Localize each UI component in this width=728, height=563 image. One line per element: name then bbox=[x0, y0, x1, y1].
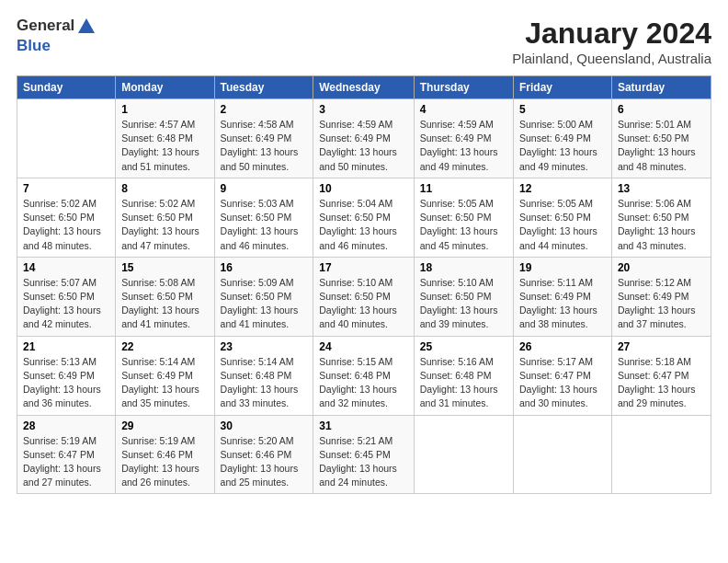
day-number: 31 bbox=[319, 419, 408, 432]
day-number: 16 bbox=[221, 261, 308, 274]
calendar-cell: 25Sunrise: 5:16 AMSunset: 6:48 PMDayligh… bbox=[414, 336, 513, 415]
calendar-cell: 20Sunrise: 5:12 AMSunset: 6:49 PMDayligh… bbox=[611, 257, 711, 336]
day-info: Sunrise: 5:10 AMSunset: 6:50 PMDaylight:… bbox=[420, 276, 507, 332]
day-number: 6 bbox=[618, 103, 705, 116]
calendar-cell: 6Sunrise: 5:01 AMSunset: 6:50 PMDaylight… bbox=[611, 99, 711, 178]
calendar-cell: 9Sunrise: 5:03 AMSunset: 6:50 PMDaylight… bbox=[214, 178, 313, 257]
logo-blue: Blue bbox=[17, 37, 97, 55]
header: General Blue January 2024 Plainland, Que… bbox=[17, 17, 711, 66]
calendar-cell: 28Sunrise: 5:19 AMSunset: 6:47 PMDayligh… bbox=[17, 415, 116, 494]
day-info: Sunrise: 4:59 AMSunset: 6:49 PMDaylight:… bbox=[319, 118, 408, 174]
logo-general: General bbox=[17, 17, 74, 34]
day-info: Sunrise: 5:14 AMSunset: 6:49 PMDaylight:… bbox=[121, 355, 208, 411]
day-number: 21 bbox=[23, 340, 109, 353]
weekday-header-saturday: Saturday bbox=[611, 76, 711, 99]
day-number: 14 bbox=[23, 261, 109, 274]
calendar-cell bbox=[414, 415, 513, 494]
calendar-cell: 5Sunrise: 5:00 AMSunset: 6:49 PMDaylight… bbox=[514, 99, 612, 178]
weekday-header-thursday: Thursday bbox=[414, 76, 513, 99]
day-info: Sunrise: 5:13 AMSunset: 6:49 PMDaylight:… bbox=[23, 355, 109, 411]
calendar-cell: 1Sunrise: 4:57 AMSunset: 6:48 PMDaylight… bbox=[116, 99, 214, 178]
calendar-cell bbox=[514, 415, 612, 494]
day-number: 18 bbox=[420, 261, 507, 274]
calendar-cell: 27Sunrise: 5:18 AMSunset: 6:47 PMDayligh… bbox=[611, 336, 711, 415]
day-number: 8 bbox=[121, 182, 208, 195]
day-number: 24 bbox=[319, 340, 408, 353]
day-number: 30 bbox=[221, 419, 308, 432]
calendar-cell: 3Sunrise: 4:59 AMSunset: 6:49 PMDaylight… bbox=[313, 99, 415, 178]
day-info: Sunrise: 5:12 AMSunset: 6:49 PMDaylight:… bbox=[618, 276, 705, 332]
month-title: January 2024 bbox=[512, 17, 711, 51]
weekday-header-wednesday: Wednesday bbox=[313, 76, 415, 99]
calendar-cell: 7Sunrise: 5:02 AMSunset: 6:50 PMDaylight… bbox=[17, 178, 116, 257]
day-number: 11 bbox=[420, 182, 507, 195]
calendar-cell: 17Sunrise: 5:10 AMSunset: 6:50 PMDayligh… bbox=[313, 257, 415, 336]
location-title: Plainland, Queensland, Australia bbox=[512, 51, 711, 66]
svg-marker-0 bbox=[78, 18, 95, 33]
day-info: Sunrise: 5:17 AMSunset: 6:47 PMDaylight:… bbox=[519, 355, 606, 411]
day-info: Sunrise: 5:00 AMSunset: 6:49 PMDaylight:… bbox=[519, 118, 606, 174]
logo-icon bbox=[76, 17, 97, 37]
day-number: 23 bbox=[221, 340, 308, 353]
day-info: Sunrise: 5:04 AMSunset: 6:50 PMDaylight:… bbox=[319, 197, 408, 253]
calendar-cell: 4Sunrise: 4:59 AMSunset: 6:49 PMDaylight… bbox=[414, 99, 513, 178]
week-row-2: 14Sunrise: 5:07 AMSunset: 6:50 PMDayligh… bbox=[17, 257, 711, 336]
calendar-cell: 24Sunrise: 5:15 AMSunset: 6:48 PMDayligh… bbox=[313, 336, 415, 415]
calendar-cell: 14Sunrise: 5:07 AMSunset: 6:50 PMDayligh… bbox=[17, 257, 116, 336]
calendar-cell: 23Sunrise: 5:14 AMSunset: 6:48 PMDayligh… bbox=[214, 336, 313, 415]
day-info: Sunrise: 5:19 AMSunset: 6:47 PMDaylight:… bbox=[23, 434, 109, 490]
calendar-cell: 19Sunrise: 5:11 AMSunset: 6:49 PMDayligh… bbox=[514, 257, 612, 336]
day-number: 12 bbox=[519, 182, 606, 195]
calendar-cell: 10Sunrise: 5:04 AMSunset: 6:50 PMDayligh… bbox=[313, 178, 415, 257]
day-info: Sunrise: 5:07 AMSunset: 6:50 PMDaylight:… bbox=[23, 276, 109, 332]
day-info: Sunrise: 5:02 AMSunset: 6:50 PMDaylight:… bbox=[23, 197, 109, 253]
day-info: Sunrise: 5:05 AMSunset: 6:50 PMDaylight:… bbox=[519, 197, 606, 253]
day-number: 29 bbox=[121, 419, 208, 432]
calendar-cell bbox=[17, 99, 116, 178]
logo: General Blue bbox=[17, 17, 97, 55]
calendar-table: SundayMondayTuesdayWednesdayThursdayFrid… bbox=[17, 75, 711, 494]
calendar-cell: 29Sunrise: 5:19 AMSunset: 6:46 PMDayligh… bbox=[116, 415, 214, 494]
day-info: Sunrise: 5:01 AMSunset: 6:50 PMDaylight:… bbox=[618, 118, 705, 174]
day-number: 27 bbox=[618, 340, 705, 353]
day-info: Sunrise: 4:57 AMSunset: 6:48 PMDaylight:… bbox=[121, 118, 208, 174]
calendar-cell: 30Sunrise: 5:20 AMSunset: 6:46 PMDayligh… bbox=[214, 415, 313, 494]
calendar-page: General Blue January 2024 Plainland, Que… bbox=[0, 0, 728, 563]
day-number: 3 bbox=[319, 103, 408, 116]
title-block: January 2024 Plainland, Queensland, Aust… bbox=[512, 17, 711, 66]
calendar-cell: 16Sunrise: 5:09 AMSunset: 6:50 PMDayligh… bbox=[214, 257, 313, 336]
weekday-header-row: SundayMondayTuesdayWednesdayThursdayFrid… bbox=[17, 76, 711, 99]
day-info: Sunrise: 5:21 AMSunset: 6:45 PMDaylight:… bbox=[319, 434, 408, 490]
calendar-cell: 31Sunrise: 5:21 AMSunset: 6:45 PMDayligh… bbox=[313, 415, 415, 494]
week-row-1: 7Sunrise: 5:02 AMSunset: 6:50 PMDaylight… bbox=[17, 178, 711, 257]
calendar-cell: 11Sunrise: 5:05 AMSunset: 6:50 PMDayligh… bbox=[414, 178, 513, 257]
day-number: 1 bbox=[121, 103, 208, 116]
day-number: 9 bbox=[221, 182, 308, 195]
day-info: Sunrise: 5:14 AMSunset: 6:48 PMDaylight:… bbox=[221, 355, 308, 411]
day-number: 13 bbox=[618, 182, 705, 195]
day-number: 10 bbox=[319, 182, 408, 195]
calendar-cell: 26Sunrise: 5:17 AMSunset: 6:47 PMDayligh… bbox=[514, 336, 612, 415]
day-info: Sunrise: 5:15 AMSunset: 6:48 PMDaylight:… bbox=[319, 355, 408, 411]
calendar-cell: 13Sunrise: 5:06 AMSunset: 6:50 PMDayligh… bbox=[611, 178, 711, 257]
day-info: Sunrise: 5:18 AMSunset: 6:47 PMDaylight:… bbox=[618, 355, 705, 411]
day-info: Sunrise: 5:05 AMSunset: 6:50 PMDaylight:… bbox=[420, 197, 507, 253]
calendar-body: 1Sunrise: 4:57 AMSunset: 6:48 PMDaylight… bbox=[17, 99, 711, 494]
day-info: Sunrise: 5:08 AMSunset: 6:50 PMDaylight:… bbox=[121, 276, 208, 332]
day-number: 19 bbox=[519, 261, 606, 274]
day-info: Sunrise: 5:16 AMSunset: 6:48 PMDaylight:… bbox=[420, 355, 507, 411]
day-info: Sunrise: 5:20 AMSunset: 6:46 PMDaylight:… bbox=[221, 434, 308, 490]
day-number: 20 bbox=[618, 261, 705, 274]
day-info: Sunrise: 4:59 AMSunset: 6:49 PMDaylight:… bbox=[420, 118, 507, 174]
day-number: 25 bbox=[420, 340, 507, 353]
weekday-header-friday: Friday bbox=[514, 76, 612, 99]
day-number: 2 bbox=[221, 103, 308, 116]
day-info: Sunrise: 5:02 AMSunset: 6:50 PMDaylight:… bbox=[121, 197, 208, 253]
calendar-cell: 2Sunrise: 4:58 AMSunset: 6:49 PMDaylight… bbox=[214, 99, 313, 178]
day-number: 26 bbox=[519, 340, 606, 353]
day-info: Sunrise: 5:09 AMSunset: 6:50 PMDaylight:… bbox=[221, 276, 308, 332]
day-info: Sunrise: 4:58 AMSunset: 6:49 PMDaylight:… bbox=[221, 118, 308, 174]
calendar-cell: 21Sunrise: 5:13 AMSunset: 6:49 PMDayligh… bbox=[17, 336, 116, 415]
day-info: Sunrise: 5:19 AMSunset: 6:46 PMDaylight:… bbox=[121, 434, 208, 490]
calendar-cell bbox=[611, 415, 711, 494]
